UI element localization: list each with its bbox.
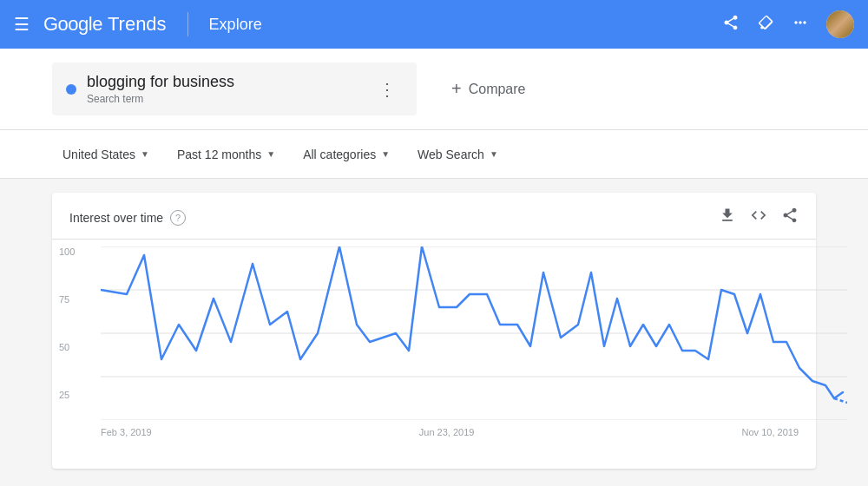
- x-label-feb: Feb 3, 2019: [101, 427, 152, 437]
- region-label: United States: [62, 148, 135, 161]
- compare-section[interactable]: + Compare: [417, 69, 561, 109]
- logo-google: Google: [43, 13, 102, 36]
- trend-chart: [101, 246, 847, 420]
- embed-icon[interactable]: [750, 207, 767, 228]
- category-chevron-icon: ▼: [381, 149, 390, 159]
- x-label-jun: Jun 23, 2019: [419, 427, 475, 437]
- menu-icon[interactable]: ☰: [14, 14, 30, 35]
- y-label-100: 100: [59, 246, 75, 257]
- search-text-group: blogging for business Search term: [87, 73, 361, 105]
- y-label-25: 25: [59, 390, 75, 400]
- category-label: All categories: [303, 148, 376, 161]
- chart-title-group: Interest over time ?: [69, 210, 186, 226]
- chart-share-icon[interactable]: [781, 207, 799, 228]
- avatar[interactable]: [826, 10, 854, 38]
- search-dot: [66, 84, 76, 95]
- y-axis: 100 75 50 25: [59, 246, 75, 437]
- chart-header: Interest over time ?: [52, 207, 816, 240]
- compare-plus-icon: +: [451, 79, 462, 99]
- search-term: blogging for business: [87, 73, 361, 91]
- chart-actions: [719, 207, 799, 228]
- share-icon[interactable]: [722, 14, 740, 36]
- x-axis: Feb 3, 2019 Jun 23, 2019 Nov 10, 2019: [101, 424, 799, 437]
- filters-bar: United States ▼ Past 12 months ▼ All cat…: [0, 130, 868, 179]
- avatar-image: [826, 10, 854, 38]
- header: ☰ Google Trends Explore: [0, 0, 868, 49]
- chart-title: Interest over time: [69, 211, 163, 225]
- time-chevron-icon: ▼: [266, 149, 275, 159]
- page-title: Explore: [209, 16, 262, 34]
- logo: Google Trends: [43, 13, 167, 36]
- search-term-box: blogging for business Search term ⋮: [52, 62, 417, 115]
- time-label: Past 12 months: [177, 148, 261, 161]
- header-icons: [722, 10, 854, 38]
- logo-trends: Trends: [108, 13, 167, 36]
- search-type-chevron-icon: ▼: [490, 149, 498, 159]
- search-sub-label: Search term: [87, 93, 361, 105]
- time-filter[interactable]: Past 12 months ▼: [167, 141, 286, 168]
- compare-label: Compare: [469, 82, 526, 97]
- search-more-icon[interactable]: ⋮: [372, 76, 403, 103]
- category-filter[interactable]: All categories ▼: [293, 141, 400, 168]
- apps-icon[interactable]: [792, 14, 809, 36]
- y-label-50: 50: [59, 342, 75, 352]
- x-label-nov: Nov 10, 2019: [742, 427, 799, 437]
- chart-area: 100 75 50 25 Feb 3, 2019 Jun 23, 2019 No…: [52, 240, 816, 469]
- svg-line-5: [834, 398, 847, 403]
- trend-line: [101, 246, 843, 398]
- header-divider: [187, 12, 188, 36]
- help-icon[interactable]: ?: [170, 210, 186, 226]
- chart-container: Interest over time ? 100 75 50 25: [52, 193, 816, 469]
- search-area: blogging for business Search term ⋮ + Co…: [0, 49, 868, 130]
- region-filter[interactable]: United States ▼: [52, 141, 160, 168]
- search-type-filter[interactable]: Web Search ▼: [407, 141, 509, 168]
- search-type-label: Web Search: [418, 148, 484, 161]
- download-icon[interactable]: [719, 207, 736, 228]
- notification-icon[interactable]: [757, 14, 774, 36]
- y-label-75: 75: [59, 294, 75, 305]
- region-chevron-icon: ▼: [141, 149, 149, 159]
